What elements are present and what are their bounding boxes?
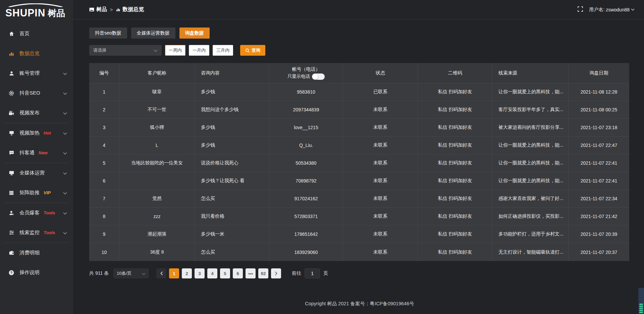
cell-qr-links[interactable]: 私信 扫码加好友 [418, 190, 492, 208]
cell-qr-links[interactable]: 私信 扫码加好友 [418, 243, 492, 261]
cell-qr-links[interactable]: 私信 扫码加好友 [418, 225, 492, 243]
cell-source-link[interactable]: 让你一眼就爱上的黑科技，能... [492, 154, 569, 172]
table-row: 2 不可一世 我想问这个多少钱 2097344839 未联系 私信 扫码加好友 … [89, 101, 629, 119]
chevron-left-icon [160, 271, 163, 275]
cell-source-link[interactable]: 让你一眼就爱上的黑科技，能... [492, 172, 569, 190]
prev-page-button[interactable] [156, 268, 166, 278]
page-button-6[interactable]: 6 [233, 268, 243, 278]
cell-no: 8 [89, 208, 119, 225]
cell-source-link[interactable]: 客厅安装投影半年多了，真实... [492, 101, 569, 119]
tab-inquiry-data[interactable]: 询盘数据 [179, 28, 210, 39]
filter-bar: 请选择 一周内 一月内 三月内 查询 [89, 45, 630, 56]
cell-content: 我想问这个多少钱 [195, 101, 269, 119]
range-week-button[interactable]: 一周内 [165, 45, 185, 56]
sidebar-item-video-heating[interactable]: 视频加热 Hot [0, 123, 73, 143]
page-ellipsis-button[interactable]: ••• [246, 268, 256, 278]
breadcrumb-home[interactable]: 树品 [89, 6, 107, 13]
page-button-3[interactable]: 3 [195, 268, 205, 278]
search-button-label: 查询 [252, 47, 260, 53]
fullscreen-icon[interactable] [578, 6, 583, 13]
sidebar-item-label: 抖客通 [19, 150, 35, 156]
page-button-5[interactable]: 5 [220, 268, 230, 278]
cell-source-link[interactable]: 多功能护栏灯，适用于乡村文... [492, 225, 569, 243]
cell-qr-links[interactable]: 私信 扫码加好友 [418, 154, 492, 172]
sidebar-item-video-publish[interactable]: 视频发布 [0, 103, 73, 123]
username-value: zswodun88 [606, 7, 630, 12]
goto-page-input[interactable] [305, 268, 320, 278]
cell-qr-links[interactable]: 私信 扫码加好友 [418, 208, 492, 225]
phone-only-toggle[interactable] [312, 73, 325, 80]
cell-qr-links[interactable]: 私信 扫码加好友 [418, 83, 492, 101]
data-tabs: 抖音seo数据 全媒体运营数据 询盘数据 [89, 28, 630, 39]
table-row: 8 zzz 我只看价格 572803371 未联系 私信 扫码加好友 如何正确选… [89, 208, 629, 225]
page-button-1[interactable]: 1 [169, 268, 179, 278]
search-button[interactable]: 查询 [240, 45, 265, 56]
sidebar-item-spending-details[interactable]: 消费明细 [0, 243, 73, 263]
sidebar-item-label: 账号管理 [19, 70, 40, 76]
sidebar-item-home[interactable]: 首页 [0, 24, 73, 44]
table-row: 1 啵章 多少钱 9583810 已联系 私信 扫码加好友 让你一眼就爱上的黑科… [89, 83, 629, 101]
cell-qr-links[interactable]: 私信 扫码加好友 [418, 137, 492, 154]
cell-source-link[interactable]: 让你一眼就爱上的黑科技，能... [492, 83, 569, 101]
sidebar-item-doukingtong[interactable]: 抖客通 New [0, 143, 73, 163]
member-icon [8, 210, 15, 216]
chevron-down-icon [63, 70, 67, 76]
cell-nickname: zzz [119, 208, 195, 225]
tab-douyin-seo-data[interactable]: 抖音seo数据 [89, 28, 127, 39]
cell-no: 1 [89, 83, 119, 101]
next-page-button[interactable] [271, 268, 281, 278]
chevron-down-icon [63, 110, 67, 116]
tab-omnimedia-data[interactable]: 全媒体运营数据 [131, 28, 175, 39]
cell-date: 2021-11-07 22:41 [569, 154, 629, 172]
table-row: 7 觉然 怎么买 917024162 未联系 私信 扫码加好友 感谢大家喜欢我家… [89, 190, 629, 208]
sidebar-item-lead-monitoring[interactable]: 线索监控 Tools [0, 223, 73, 243]
cell-qr-links[interactable]: 私信 扫码加好友 [418, 172, 492, 190]
main-content: 抖音seo数据 全媒体运营数据 询盘数据 请选择 一周内 一月内 三月内 查询 … [73, 0, 644, 307]
filter-select[interactable]: 请选择 [89, 45, 162, 56]
page-button-4[interactable]: 4 [207, 268, 217, 278]
sidebar-item-omnimedia-operation[interactable]: 全媒体运营 [0, 163, 73, 183]
sidebar-item-instructions[interactable]: ? 操作说明 [0, 263, 73, 282]
cell-source-link[interactable]: 无主灯设计，智能磁吸轨道灯... [492, 243, 569, 261]
cell-source-link[interactable]: 被大家追着问的客厅投影分享... [492, 119, 569, 137]
chat-bubble-icon [8, 150, 15, 156]
page-button-92[interactable]: 92 [258, 268, 268, 278]
cell-date: 2021-11-07 23:18 [569, 119, 629, 137]
sidebar-item-douyin-seo[interactable]: 抖音SEO [0, 83, 73, 103]
table-header-row: 编号 客户昵称 咨询内容 帐号（电话） 只显示电话 状态 二维码 线索来源 询盘… [89, 63, 629, 83]
cell-status: 未联系 [343, 190, 418, 208]
cell-source-link[interactable]: 感谢大家喜欢我家，被问了好... [492, 190, 569, 208]
table-row: 10 36度 8 怎么买 183929060 未联系 私信 扫码加好友 无主灯设… [89, 243, 629, 261]
user-menu[interactable]: 用户名: zswodun88 [589, 7, 635, 13]
cell-qr-links[interactable]: 私信 扫码加好友 [418, 101, 492, 119]
page-button-2[interactable]: 2 [182, 268, 192, 278]
sidebar-item-matrix-boost[interactable]: 矩阵助推 VIP [0, 183, 73, 203]
cell-content: 多少钱？让我死心 看 [195, 172, 269, 190]
page-size-select[interactable]: 10条/页 [113, 268, 149, 278]
cell-content: 多少钱 [195, 119, 269, 137]
range-month-button[interactable]: 一月内 [189, 45, 209, 56]
sidebar-item-data-overview[interactable]: 数据总览 [0, 44, 73, 63]
sidebar-item-account-management[interactable]: 账号管理 [0, 63, 73, 83]
range-quarter-button[interactable]: 三月内 [213, 45, 233, 56]
cell-qr-links[interactable]: 私信 扫码加好友 [418, 119, 492, 137]
breadcrumb-current[interactable]: 数据总览 [116, 6, 144, 13]
footer-copyright: Copyright 树品 2021 备案号：粤ICP备09019646号 [89, 301, 630, 307]
monitor-icon [8, 170, 15, 176]
cell-nickname: 啵章 [119, 83, 195, 101]
header-nickname: 客户昵称 [119, 63, 195, 83]
sidebar-item-member-customers[interactable]: 会员爆客 Tools [0, 203, 73, 223]
corner-widget[interactable] [638, 288, 644, 314]
cell-source-link[interactable]: 让你一眼就爱上的黑科技，能... [492, 137, 569, 154]
chevron-down-icon [142, 271, 146, 276]
table-row: 6 多少钱？让我死心 看 70898792 未联系 私信 扫码加好友 让你一眼就… [89, 172, 629, 190]
cell-status: 未联系 [343, 172, 418, 190]
cell-date: 2021-11-07 22:41 [569, 172, 629, 190]
sidebar-item-label: 会员爆客 [19, 210, 40, 216]
tools-badge: Tools [44, 230, 55, 235]
cell-source-link[interactable]: 如何正确选择投影仪，买投影... [492, 208, 569, 225]
cell-nickname: 当地比较能吃的一位美女 [119, 154, 195, 172]
tools-badge: Tools [44, 210, 55, 215]
header-qrcode: 二维码 [418, 63, 492, 83]
header-content: 咨询内容 [195, 63, 269, 83]
